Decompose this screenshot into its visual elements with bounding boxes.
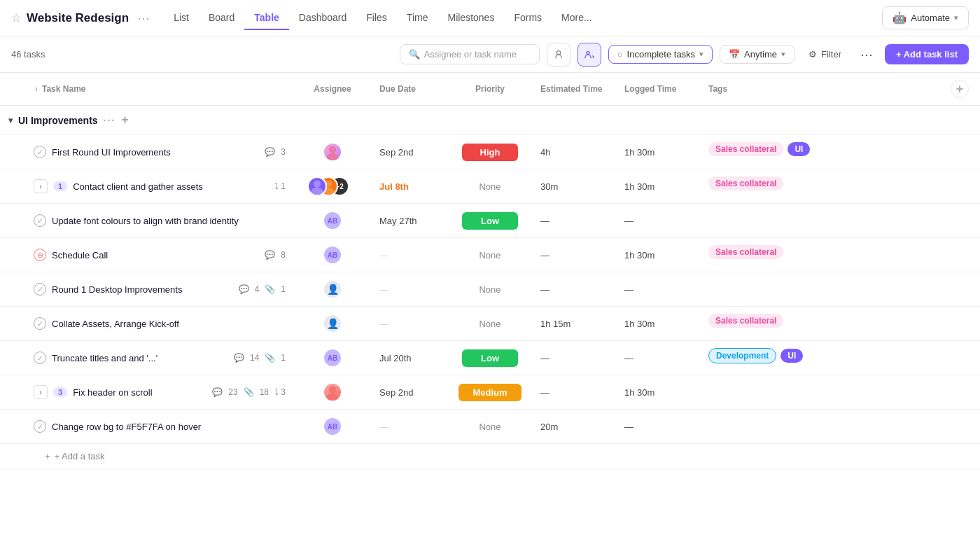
subtask-meta: ⤵ 3	[274, 387, 286, 397]
task-count: 46 tasks	[11, 49, 45, 60]
tab-dashboard[interactable]: Dashboard	[289, 6, 357, 30]
expand-button[interactable]: ›	[34, 179, 48, 193]
comment-icon: 💬	[212, 387, 223, 397]
assignee-cell: AB	[294, 238, 371, 272]
assignee-cell: 👤	[294, 307, 371, 341]
task-status-check[interactable]: ✓	[34, 317, 46, 330]
group-options-icon[interactable]: ···	[104, 115, 116, 126]
col-add: +	[826, 73, 980, 106]
avatar: AB	[323, 245, 342, 265]
priority-cell: None	[448, 272, 532, 307]
group-row-ui-improvements: ▾ UI Improvements ··· +	[0, 106, 980, 135]
comment-count: 8	[281, 250, 286, 260]
add-task-button[interactable]: + + Add a task	[8, 451, 105, 461]
tag: Development	[708, 348, 776, 363]
task-status-check[interactable]: ✓	[34, 420, 46, 433]
search-icon: 🔍	[409, 49, 420, 60]
priority-cell: High	[448, 135, 532, 169]
svg-point-5	[311, 188, 323, 196]
est-time-cell: 1h 15m	[532, 307, 616, 341]
automate-button[interactable]: 🤖 Automate ▾	[882, 6, 969, 29]
add-task-row: + + Add a task	[0, 444, 980, 469]
col-due-date: Due Date	[371, 73, 448, 106]
col-assignee: Assignee	[294, 73, 371, 106]
attachment-icon: 📎	[244, 387, 254, 397]
assignee-cell: AB	[294, 341, 371, 375]
priority-cell: None	[448, 169, 532, 204]
due-date-cell: —	[371, 272, 448, 307]
assignee-filter-single-icon[interactable]	[547, 43, 570, 67]
group-header: ▾ UI Improvements ··· +	[8, 113, 972, 127]
tags-cell: Sales collateral	[700, 238, 826, 266]
comment-count: 3	[281, 147, 286, 157]
more-options-button[interactable]: ⋯	[855, 43, 878, 66]
collapse-all-icon[interactable]: ›	[35, 84, 38, 94]
task-title: Contact client and gather assets	[73, 181, 269, 192]
attachment-icon: 📎	[265, 284, 275, 294]
sub-count-badge: 3	[53, 387, 67, 397]
tab-forms[interactable]: Forms	[504, 6, 552, 30]
comment-count: 14	[250, 353, 259, 363]
due-date-cell: Sep 2nd	[371, 375, 448, 410]
comment-icon: 💬	[265, 147, 275, 157]
task-status-check[interactable]: ✓	[34, 146, 46, 158]
col-logged-time: Logged Time	[616, 73, 700, 106]
col-priority: Priority	[448, 73, 532, 106]
tags-cell: Development UI	[700, 341, 826, 370]
task-name-cell: › 3 Fix header on scroll 💬 23 📎 18 ⤵ 3	[0, 375, 294, 410]
task-title: Schedule Call	[52, 250, 259, 260]
assignee-cell: AB	[294, 410, 371, 444]
tag: UI	[780, 349, 803, 363]
priority-none: None	[479, 422, 500, 432]
priority-cell: Medium	[448, 375, 532, 410]
tags-cell	[700, 204, 826, 218]
logged-time-cell: 1h 30m	[616, 238, 700, 272]
svg-point-3	[326, 153, 338, 162]
filter-button[interactable]: ⚙ Filter	[802, 46, 848, 63]
nav-more-menu-icon[interactable]: ⋯	[137, 11, 150, 26]
tags-cell	[700, 375, 826, 389]
add-column-button[interactable]: +	[951, 80, 969, 98]
due-date-cell: Sep 2nd	[371, 135, 448, 169]
assignee-filter-group-icon[interactable]	[578, 43, 601, 67]
est-time-cell: —	[532, 272, 616, 307]
task-status-check[interactable]: ✓	[34, 214, 46, 227]
incomplete-tasks-filter[interactable]: ○ Incomplete tasks ▾	[608, 45, 713, 64]
due-date-cell: May 27th	[371, 204, 448, 238]
est-time-cell: 4h	[532, 135, 616, 169]
tab-milestones[interactable]: Milestones	[438, 6, 504, 30]
table-container: › Task Name Assignee Due Date Priority E…	[0, 73, 980, 469]
priority-badge: Low	[462, 349, 518, 367]
add-task-list-button[interactable]: + Add task list	[885, 44, 969, 64]
task-name-cell: ✓ Update font colours to align with bran…	[0, 204, 294, 238]
expand-button[interactable]: ›	[34, 385, 48, 399]
group-chevron-icon[interactable]: ▾	[8, 116, 13, 125]
task-status-check[interactable]: ✓	[34, 283, 46, 296]
est-time-cell: —	[532, 204, 616, 238]
table-row: › 1 Contact client and gather assets ⤵ 1	[0, 169, 980, 204]
tab-board[interactable]: Board	[199, 6, 244, 30]
tag: Sales collateral	[708, 245, 783, 259]
chevron-down-icon: ▾	[954, 13, 958, 22]
attachment-count: 1	[281, 284, 286, 294]
search-box[interactable]: 🔍 Assignee or task name	[400, 44, 540, 64]
svg-point-8	[329, 386, 336, 393]
svg-point-2	[329, 146, 336, 153]
comment-count: 23	[228, 387, 237, 397]
logged-time-cell: —	[616, 204, 700, 238]
tab-time[interactable]: Time	[397, 6, 438, 30]
star-icon[interactable]: ☆	[11, 11, 21, 25]
task-status-check[interactable]: ⊖	[34, 249, 46, 261]
priority-none: None	[479, 284, 500, 295]
tab-table[interactable]: Table	[244, 6, 289, 30]
tab-files[interactable]: Files	[356, 6, 397, 30]
tab-list[interactable]: List	[164, 6, 199, 30]
task-name-cell: ✓ Change row bg to #F5F7FA on hover	[0, 410, 294, 444]
priority-cell: Low	[448, 341, 532, 375]
anytime-filter[interactable]: 📅 Anytime ▾	[720, 45, 794, 64]
group-add-icon[interactable]: +	[121, 113, 129, 127]
avatar	[307, 176, 327, 196]
task-status-check[interactable]: ✓	[34, 352, 46, 364]
avatar: AB	[323, 348, 342, 368]
tab-more[interactable]: More...	[552, 6, 602, 30]
